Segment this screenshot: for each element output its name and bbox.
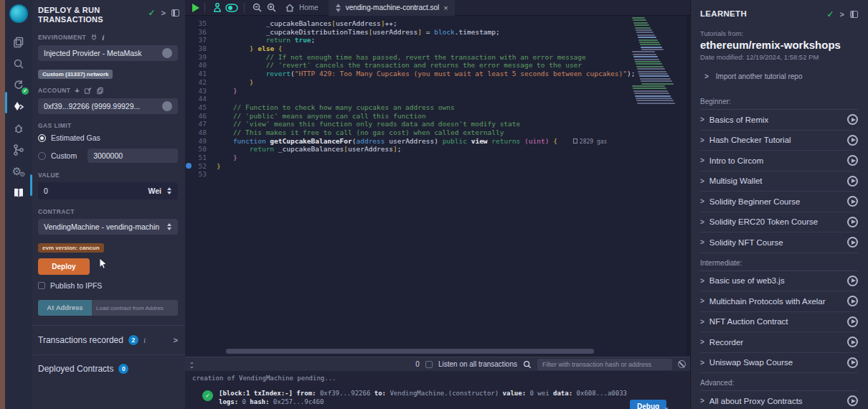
terminal-collapse-icon[interactable]: ⌄⌄ (189, 360, 194, 369)
settings-gear-icon[interactable]: ⚙⚙ (5, 161, 32, 182)
code-line[interactable]: 52} (185, 162, 630, 171)
environment-info-icon[interactable]: i (102, 33, 104, 42)
code-line[interactable]: 50 return _cupcakeBalances[userAddress]; (185, 145, 630, 154)
tutorial-expand-icon[interactable]: > (700, 318, 704, 326)
account-select[interactable]: 0xf39...92266 (9999.99929... (38, 98, 178, 114)
transactions-expand-icon[interactable]: > (174, 336, 178, 344)
value-unit-updown-icon[interactable] (166, 187, 172, 194)
code-line[interactable]: 47 // 'view' means this function only re… (185, 120, 630, 128)
deploy-run-icon[interactable] (5, 96, 32, 118)
tx-expand-icon[interactable]: ⌄ (664, 403, 669, 409)
debug-button[interactable]: Debug (630, 400, 666, 409)
publish-ipfs-checkbox[interactable] (38, 282, 45, 289)
tutorial-play-icon[interactable] (847, 217, 858, 227)
horizontal-scrollbar[interactable] (226, 349, 594, 354)
tutorial-expand-icon[interactable]: > (700, 238, 704, 246)
deploy-button[interactable]: Deploy (38, 258, 90, 275)
tutorial-expand-icon[interactable]: > (700, 277, 704, 285)
zoom-out-icon[interactable] (250, 0, 264, 16)
tutorial-item[interactable]: >Solidity NFT Course (700, 232, 858, 253)
environment-options-icon[interactable] (162, 48, 172, 58)
code-line[interactable]: 53 (185, 170, 630, 179)
listen-all-checkbox[interactable] (425, 361, 433, 368)
tutorial-play-icon[interactable] (847, 296, 858, 306)
contract-select[interactable]: VendingMachine - vending-machin (38, 219, 178, 235)
preview-toggle-icon[interactable] (225, 0, 239, 16)
code-line[interactable]: 39 // If not enough time has passed, rev… (185, 53, 630, 62)
value-input[interactable]: 0 Wei (38, 182, 178, 199)
code-line[interactable]: 42 } (185, 78, 630, 87)
tutorial-expand-icon[interactable]: > (700, 218, 704, 226)
code-line[interactable]: 41 revert("HTTP 429: Too Many Cupcakes (… (185, 70, 630, 78)
tutorial-item[interactable]: >Multichain Protocols with Axelar (700, 291, 858, 312)
code-line[interactable]: 48 // This makes it free to call (no gas… (185, 128, 630, 137)
tutorial-play-icon[interactable] (847, 276, 858, 286)
tutorial-expand-icon[interactable]: > (700, 156, 704, 164)
terminal-output[interactable]: creation of VendingMachine pending... ✓ … (185, 371, 690, 409)
transaction-log[interactable]: ✓ [block:1 txIndex:-] from: 0xf39...9226… (202, 389, 633, 406)
code-line[interactable]: 46 // 'public' means anyone can call thi… (185, 112, 630, 121)
git-branch-icon[interactable] (5, 139, 32, 161)
custom-gas-radio[interactable] (38, 152, 46, 160)
tutorial-play-icon[interactable] (847, 114, 858, 125)
code-line[interactable]: 51 } (185, 154, 630, 162)
tutorial-expand-icon[interactable]: > (700, 397, 704, 405)
tutorial-item[interactable]: >Basic use of web3.js (700, 271, 858, 292)
code-line[interactable]: 36 _cupcakeDistributionTimes[userAddress… (185, 28, 630, 37)
code-line[interactable]: 35 _cupcakeBalances[userAddress]++; (185, 19, 630, 28)
learneth-pin-icon[interactable] (850, 11, 858, 18)
account-edit-icon[interactable] (84, 87, 92, 95)
code-line[interactable]: 40 // 'revert' cancels the transaction a… (185, 61, 630, 70)
remix-logo-icon[interactable] (5, 0, 32, 27)
tutorial-item[interactable]: >Uniswap Swap Course (700, 353, 858, 374)
deployed-contracts-row[interactable]: Deployed Contracts 0 (32, 355, 185, 382)
estimated-gas-radio[interactable] (38, 134, 46, 142)
tutorial-play-icon[interactable] (847, 357, 858, 368)
tutorial-expand-icon[interactable]: > (700, 136, 704, 144)
tutorial-expand-icon[interactable]: > (700, 338, 704, 346)
tutorial-item[interactable]: >Recorder (700, 332, 858, 353)
home-tab-label[interactable]: Home (299, 4, 319, 11)
code-line[interactable]: 37 return true; (185, 36, 630, 44)
code-editor[interactable]: 35 _cupcakeBalances[userAddress]++;36 _c… (185, 16, 690, 357)
tutorial-play-icon[interactable] (847, 176, 858, 187)
account-add-icon[interactable]: + (75, 86, 80, 95)
panel-collapse-icon[interactable]: > (161, 9, 166, 17)
tutorial-play-icon[interactable] (847, 196, 858, 207)
terminal-filter-input[interactable]: Filter with transaction hash or address (537, 359, 672, 370)
at-address-input[interactable]: Load contract from Addres (92, 300, 178, 316)
tutorial-item[interactable]: >Multisig Wallet (700, 171, 858, 192)
tutorial-item[interactable]: >All about Proxy Contracts (700, 391, 858, 409)
learneth-collapse-icon[interactable]: > (840, 10, 844, 19)
tutorial-item[interactable]: >Basics of Remix (700, 110, 858, 131)
tutorial-item[interactable]: >Intro to Circom (700, 151, 858, 171)
clear-console-icon[interactable] (678, 360, 686, 368)
solidity-compiler-icon[interactable]: ✓ (5, 75, 32, 96)
tutorial-play-icon[interactable] (847, 316, 858, 327)
tutorial-item[interactable]: >NFT Auction Contract (700, 312, 858, 333)
code-line[interactable]: 45 // Function to check how many cupcake… (185, 103, 630, 112)
editor-minimap[interactable] (631, 17, 687, 232)
run-script-icon[interactable] (192, 4, 199, 12)
zoom-in-icon[interactable] (264, 0, 278, 16)
file-tab[interactable]: vending-machine-contract.sol × (329, 0, 455, 16)
tutorial-play-icon[interactable] (847, 337, 858, 347)
code-line[interactable]: 43 } (185, 87, 630, 95)
account-copy-icon[interactable] (96, 87, 104, 95)
tutorial-play-icon[interactable] (847, 135, 858, 146)
code-line[interactable]: 38 } else { (185, 44, 630, 53)
tutorial-expand-icon[interactable]: > (700, 197, 704, 205)
transactions-recorded-row[interactable]: Transactions recorded 2 i > (32, 326, 185, 354)
import-tutorial-repo-link[interactable]: > Import another tutorial repo (700, 72, 858, 80)
file-explorer-icon[interactable] (5, 32, 32, 53)
learneth-book-icon[interactable] (5, 182, 32, 204)
tutorial-play-icon[interactable] (847, 155, 858, 166)
at-address-button[interactable]: At Address (38, 300, 92, 316)
tutorial-item[interactable]: >Hash Checker Tutorial (700, 131, 858, 151)
custom-gas-input[interactable]: 3000000 (88, 149, 178, 163)
tutorial-expand-icon[interactable]: > (700, 359, 704, 367)
terminal-search-icon[interactable] (523, 360, 532, 369)
tutorial-expand-icon[interactable]: > (700, 177, 704, 185)
tutorial-play-icon[interactable] (847, 237, 858, 248)
walkthrough-person-icon[interactable] (210, 0, 225, 16)
